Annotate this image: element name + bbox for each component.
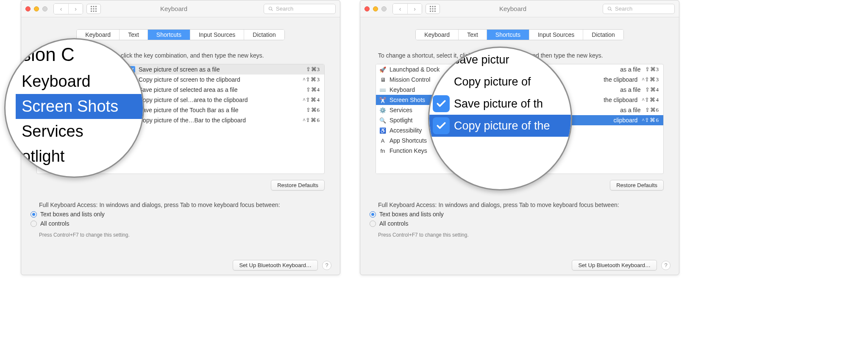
category-icon: ⌨️ (379, 87, 386, 93)
close-icon[interactable] (364, 6, 370, 11)
tabs: Keyboard Text Shortcuts Input Sources Di… (76, 29, 285, 40)
shortcut-table[interactable]: Save picture of screen as a file⇧⌘3Copy … (126, 64, 324, 174)
mag-row: Keyboard (16, 69, 143, 94)
search-icon (268, 6, 273, 11)
control-f7-note: Press Control+F7 to change this setting. (39, 232, 322, 238)
search-placeholder: Search (615, 6, 632, 12)
category-icon: 🖥 (379, 77, 386, 83)
category-icon: ✂️ (379, 97, 386, 103)
shortcut-label: Save picture of screen as a file (139, 66, 306, 73)
category-icon: ⚙️ (379, 107, 386, 113)
tab-shortcuts[interactable]: Shortcuts (147, 30, 190, 40)
restore-defaults-button[interactable]: Restore Defaults (271, 180, 325, 190)
mag-row: Save picture of th (429, 93, 571, 115)
category-label: Screen Shots (389, 97, 425, 103)
mag-row-selected: Screen Shots (16, 94, 143, 119)
window-title: Keyboard (84, 5, 264, 12)
category-label: Mission Control (389, 76, 430, 83)
back-button[interactable]: ‹ (54, 4, 68, 14)
mag-row-selected: Copy picture of the (429, 115, 571, 137)
radio-all-controls[interactable]: All controls (370, 220, 679, 227)
shortcut-keys: ^⇧⌘6 (303, 117, 320, 124)
window-title: Keyboard (423, 5, 603, 12)
search-input[interactable]: Search (264, 4, 336, 14)
nav-segment: ‹ › (53, 3, 83, 14)
tab-keyboard[interactable]: Keyboard (416, 30, 458, 40)
shortcut-keys: ⇧⌘4 (306, 86, 320, 93)
radio-text-boxes[interactable]: Text boxes and lists only (370, 211, 679, 218)
zoom-icon[interactable] (381, 6, 387, 11)
forward-button[interactable]: › (68, 4, 83, 14)
help-button[interactable]: ? (661, 261, 670, 270)
shortcut-keys: ⇧⌘3 (306, 66, 320, 73)
minimize-icon[interactable] (34, 6, 39, 11)
category-icon: fn (379, 148, 386, 154)
category-icon: 🚀 (379, 66, 386, 73)
category-label: App Shortcuts (389, 137, 427, 144)
window-controls (364, 6, 387, 11)
restore-defaults-button[interactable]: Restore Defaults (610, 180, 664, 190)
setup-bluetooth-button[interactable]: Set Up Bluetooth Keyboard… (572, 260, 657, 270)
tab-input-sources[interactable]: Input Sources (529, 30, 583, 40)
shortcut-row[interactable]: Save picture of screen as a file⇧⌘3 (126, 64, 324, 75)
radio-icon (370, 221, 376, 227)
setup-bluetooth-button[interactable]: Set Up Bluetooth Keyboard… (233, 260, 318, 270)
category-label: Keyboard (389, 86, 415, 93)
back-button[interactable]: ‹ (393, 4, 407, 14)
shortcut-label: Copy picture of screen to the clipboard (139, 76, 303, 83)
full-keyboard-access-label: Full Keyboard Access: In windows and dia… (378, 201, 661, 208)
shortcut-row[interactable]: Copy picture of the…Bar to the clipboard… (126, 115, 324, 125)
shortcut-row[interactable]: Copy picture of screen to the clipboard^… (126, 75, 324, 85)
shortcut-keys: ⇧⌘6 (306, 107, 320, 113)
shortcut-keys: ^⇧⌘6 (642, 117, 659, 124)
shortcut-row[interactable]: Save picture of selected area as a file⇧… (126, 85, 324, 95)
control-f7-note: Press Control+F7 to change this setting. (378, 232, 661, 238)
mag-row: Copy picture of (429, 71, 571, 93)
window-controls (25, 6, 47, 11)
shortcut-keys: ⇧⌘3 (645, 66, 659, 73)
shortcut-keys: ^⇧⌘4 (642, 97, 659, 103)
shortcut-keys: ⇧⌘6 (645, 107, 659, 113)
shortcut-keys: ^⇧⌘3 (642, 76, 659, 83)
search-icon (607, 6, 612, 11)
titlebar: ‹ › Keyboard Search (21, 0, 340, 17)
shortcut-keys: ⇧⌘4 (645, 86, 659, 93)
checkbox-icon (433, 95, 450, 112)
svg-line-10 (272, 9, 273, 11)
tab-dictation[interactable]: Dictation (244, 30, 284, 40)
svg-point-20 (608, 7, 611, 10)
radio-all-controls[interactable]: All controls (31, 220, 340, 227)
search-placeholder: Search (276, 6, 293, 12)
search-input[interactable]: Search (603, 4, 675, 14)
nav-segment: ‹ › (392, 3, 422, 14)
shortcut-keys: ^⇧⌘4 (303, 97, 320, 103)
shortcut-row[interactable]: Copy picture of sel…area to the clipboar… (126, 95, 324, 105)
magnifier-left: sion C Keyboard Screen Shots Services ot… (4, 38, 144, 178)
category-label: Services (389, 107, 412, 113)
tab-row: Keyboard Text Shortcuts Input Sources Di… (360, 29, 679, 40)
forward-button[interactable]: › (407, 4, 422, 14)
full-keyboard-access-label: Full Keyboard Access: In windows and dia… (39, 201, 322, 208)
tab-text[interactable]: Text (458, 30, 487, 40)
tab-shortcuts[interactable]: Shortcuts (487, 30, 529, 40)
category-icon: ♿️ (379, 127, 386, 134)
help-button[interactable]: ? (322, 261, 331, 270)
zoom-icon[interactable] (42, 6, 47, 11)
tab-input-sources[interactable]: Input Sources (190, 30, 244, 40)
category-icon: A (379, 138, 386, 144)
svg-point-9 (269, 7, 272, 10)
tab-text[interactable]: Text (119, 30, 147, 40)
shortcut-keys: ^⇧⌘3 (303, 76, 320, 83)
minimize-icon[interactable] (373, 6, 378, 11)
close-icon[interactable] (25, 6, 31, 11)
radio-icon (370, 211, 376, 218)
tab-dictation[interactable]: Dictation (583, 30, 623, 40)
category-label: Accessibility (389, 127, 422, 134)
shortcut-label: Copy picture of sel…area to the clipboar… (139, 97, 303, 103)
shortcut-label: Save picture of selected area as a file (139, 86, 306, 93)
mag-row: Services (16, 119, 143, 144)
magnifier-right: save pictur Copy picture of Save picture… (428, 47, 572, 190)
shortcut-row[interactable]: Save picture of the Touch Bar as a file⇧… (126, 105, 324, 115)
radio-text-boxes[interactable]: Text boxes and lists only (31, 211, 340, 218)
checkbox-icon (433, 117, 450, 134)
